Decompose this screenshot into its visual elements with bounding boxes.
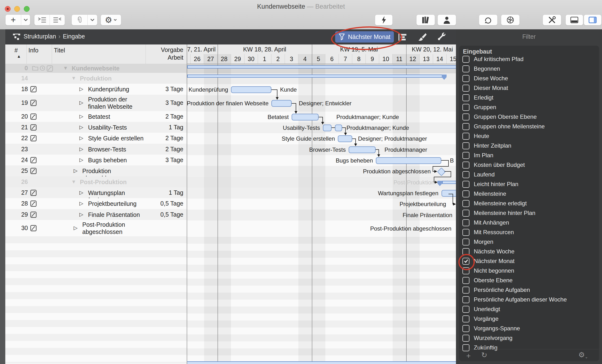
filter-checkbox[interactable] bbox=[462, 277, 469, 284]
filter-checkbox[interactable] bbox=[462, 133, 469, 140]
outline-view-icon[interactable] bbox=[12, 33, 21, 41]
day-header-cell[interactable]: 9 bbox=[366, 54, 379, 64]
filter-checkbox[interactable] bbox=[462, 123, 469, 130]
task-duration[interactable]: 3 Tage bbox=[145, 99, 183, 106]
filter-item[interactable]: Persönliche Aufgaben bbox=[462, 285, 530, 295]
filter-checkbox[interactable] bbox=[462, 239, 469, 245]
note-icon[interactable] bbox=[30, 200, 37, 208]
filter-item[interactable]: Vorgangs-Spanne bbox=[462, 324, 520, 333]
task-title[interactable]: Usability-Tests bbox=[88, 124, 146, 131]
day-header-cell[interactable]: 26 bbox=[191, 54, 204, 64]
day-header-cell[interactable]: 28 bbox=[217, 54, 231, 64]
note-icon[interactable] bbox=[30, 124, 37, 132]
note-icon[interactable] bbox=[30, 86, 37, 93]
summary-bar[interactable] bbox=[187, 74, 444, 78]
task-duration[interactable]: 0,5 Tage bbox=[145, 211, 183, 218]
filter-checkbox[interactable] bbox=[462, 306, 469, 313]
collapse-triangle-icon[interactable]: ▼ bbox=[71, 75, 76, 81]
filter-item[interactable]: Gruppen Oberste Ebene bbox=[462, 112, 537, 122]
task-title[interactable]: Produktion der finalen Webseite bbox=[88, 96, 146, 110]
week-header-label[interactable]: KW 20, 12. Mai bbox=[412, 46, 453, 53]
filter-checkbox[interactable] bbox=[462, 296, 469, 303]
inspector-tools-button[interactable] bbox=[437, 33, 447, 41]
task-title[interactable]: Post-Produktion bbox=[80, 178, 146, 186]
task-title[interactable]: Kundenprüfung bbox=[88, 86, 146, 93]
day-header-cell[interactable]: 30 bbox=[245, 54, 258, 64]
filter-checkbox[interactable] bbox=[462, 104, 469, 111]
expand-triangle-icon[interactable]: ▷ bbox=[79, 212, 83, 217]
filter-item[interactable]: Persönliche Aufgaben dieser Woche bbox=[462, 295, 567, 304]
filter-item[interactable]: Unerledigt bbox=[462, 304, 500, 314]
task-duration[interactable]: 2 Tage bbox=[145, 135, 183, 142]
sync-button[interactable] bbox=[479, 14, 498, 25]
indent-button[interactable] bbox=[35, 15, 50, 25]
add-filter-button[interactable]: ＋ bbox=[465, 351, 472, 361]
table-row[interactable]: 23▷Browser-Tests2 Tage bbox=[5, 144, 187, 155]
task-duration[interactable]: 1 Tag bbox=[145, 189, 183, 196]
filter-checkbox[interactable] bbox=[462, 114, 469, 120]
filter-item[interactable]: Dieser Monat bbox=[462, 83, 508, 93]
add-task-button[interactable]: + bbox=[5, 14, 30, 25]
day-header-cell[interactable]: 3 bbox=[285, 54, 298, 64]
week-header-label[interactable]: KW 19, 5. Mai bbox=[340, 46, 378, 53]
filter-item[interactable]: Erledigt bbox=[462, 93, 493, 103]
filter-item[interactable]: Gruppen bbox=[462, 103, 496, 112]
collapse-triangle-icon[interactable]: ▼ bbox=[71, 179, 76, 185]
day-header-cell[interactable]: 7 bbox=[339, 54, 352, 64]
attachment-menu-chevron[interactable] bbox=[87, 15, 97, 25]
filter-checkbox[interactable] bbox=[462, 335, 469, 342]
note-icon[interactable] bbox=[30, 168, 37, 175]
outdent-button[interactable] bbox=[50, 15, 65, 25]
expand-triangle-icon[interactable]: ▷ bbox=[79, 86, 83, 92]
filter-checkbox[interactable] bbox=[462, 325, 469, 332]
expand-triangle-icon[interactable]: ▷ bbox=[79, 114, 83, 119]
breadcrumb[interactable]: Strukturplan›Eingabe bbox=[24, 33, 85, 40]
filter-checkbox[interactable] bbox=[462, 94, 469, 101]
note-icon[interactable] bbox=[30, 212, 37, 219]
column-title[interactable]: Titel bbox=[54, 47, 65, 54]
expand-triangle-icon[interactable]: ▷ bbox=[79, 135, 83, 141]
refresh-filter-button[interactable]: ↻ bbox=[481, 351, 487, 359]
note-icon[interactable] bbox=[30, 157, 37, 164]
column-work[interactable]: Arbeit bbox=[168, 54, 183, 61]
gantt-bar[interactable] bbox=[349, 146, 376, 153]
filter-item[interactable]: Morgen bbox=[462, 237, 493, 247]
expand-triangle-icon[interactable]: ▷ bbox=[79, 100, 83, 105]
table-row[interactable]: 19▷Produktion der finalen Webseite3 Tage bbox=[5, 95, 187, 111]
filter-checkbox[interactable] bbox=[462, 315, 469, 322]
active-filter-button[interactable]: Nächster Monat bbox=[335, 31, 394, 42]
task-title[interactable]: Browser-Tests bbox=[88, 146, 146, 153]
task-title[interactable]: Style Guide erstellen bbox=[88, 135, 146, 142]
filter-checkbox[interactable] bbox=[462, 190, 469, 198]
breadcrumb-root[interactable]: Strukturplan bbox=[24, 33, 56, 40]
day-header-cell[interactable]: 29 bbox=[231, 54, 245, 64]
gantt-bar[interactable] bbox=[271, 100, 292, 107]
day-header-cell[interactable]: 14 bbox=[433, 54, 447, 64]
resources-button[interactable] bbox=[437, 14, 456, 25]
task-duration[interactable]: 2 Tage bbox=[145, 146, 183, 153]
catch-up-button[interactable] bbox=[375, 14, 393, 25]
day-header-cell[interactable]: 11 bbox=[393, 54, 406, 64]
column-info[interactable]: Info bbox=[28, 47, 39, 54]
filter-item[interactable]: Nächste Woche bbox=[462, 247, 515, 256]
table-row[interactable]: 0▼Kundenwebseite bbox=[5, 64, 187, 73]
filter-item[interactable]: Diese Woche bbox=[462, 73, 508, 83]
table-row[interactable]: 25▷Produktion abgeschlossen bbox=[5, 166, 187, 177]
table-row[interactable]: 18▷Kundenprüfung3 Tage bbox=[5, 84, 187, 95]
table-row[interactable]: 24▷Bugs beheben3 Tage bbox=[5, 155, 187, 166]
filter-checkbox[interactable] bbox=[462, 152, 469, 159]
filter-checkbox[interactable] bbox=[462, 248, 469, 255]
filter-item[interactable]: Nicht begonnen bbox=[462, 266, 514, 276]
filter-item[interactable]: Meilensteine bbox=[462, 189, 506, 198]
filter-checkbox[interactable] bbox=[462, 85, 469, 92]
expand-triangle-icon[interactable]: ▷ bbox=[79, 190, 83, 196]
filter-item[interactable]: Vorgänge bbox=[462, 314, 499, 324]
toggle-bottom-panel-button[interactable] bbox=[565, 14, 583, 25]
filter-item[interactable]: Mit Anhängen bbox=[462, 218, 509, 228]
table-row[interactable]: 20▷Betatest2 Tage bbox=[5, 111, 187, 122]
week-header-label[interactable]: KW 18, 28. April bbox=[243, 46, 286, 53]
filter-checkbox[interactable] bbox=[462, 162, 469, 168]
breadcrumb-current[interactable]: Eingabe bbox=[63, 33, 85, 40]
task-duration[interactable]: 2 Tage bbox=[145, 113, 183, 120]
action-menu-button[interactable]: ⚙ bbox=[101, 14, 121, 25]
